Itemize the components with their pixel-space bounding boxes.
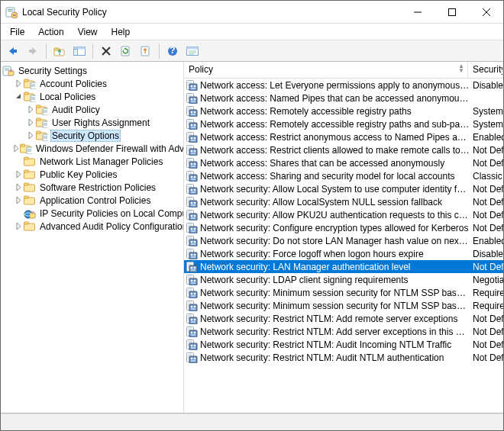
list-row[interactable]: Network security: Allow LocalSystem NULL… [184, 195, 503, 208]
forward-button[interactable] [24, 43, 42, 60]
help-button[interactable]: ? [163, 43, 182, 60]
sort-arrows-icon: ▲▼ [458, 64, 464, 73]
policy-setting: Negotiate [473, 275, 503, 285]
policy-setting: Not Defined [473, 314, 503, 324]
menu-file[interactable]: File [4, 25, 31, 39]
policy-name: Network security: Configure encryption t… [200, 223, 473, 233]
window-title: Local Security Policy [22, 7, 400, 18]
svg-point-137 [191, 175, 193, 178]
svg-rect-4 [13, 14, 16, 16]
policy-icon [186, 118, 198, 130]
tree-node[interactable]: Advanced Audit Policy Configuration [1, 220, 184, 233]
collapse-icon[interactable] [13, 93, 24, 100]
list-row[interactable]: Network security: Allow Local System to … [184, 182, 503, 195]
menu-help[interactable]: Help [105, 25, 137, 39]
list-row[interactable]: Network access: Remotely accessible regi… [184, 105, 503, 117]
tree-node[interactable]: Security Options [1, 129, 184, 142]
list-row[interactable]: Network security: Restrict NTLM: Audit N… [184, 351, 503, 364]
properties-button[interactable] [183, 43, 202, 60]
minimize-button[interactable] [400, 1, 435, 23]
svg-point-97 [191, 111, 193, 113]
list-row[interactable]: Network access: Restrict anonymous acces… [184, 130, 503, 143]
back-button[interactable] [4, 43, 22, 60]
list-row[interactable]: Network access: Restrict clients allowed… [184, 143, 503, 156]
svg-point-89 [191, 98, 193, 100]
list-row[interactable]: Network security: Restrict NTLM: Audit I… [184, 338, 503, 351]
delete-button[interactable] [97, 43, 115, 60]
svg-rect-232 [189, 330, 197, 337]
svg-rect-136 [189, 175, 197, 182]
list-row[interactable]: Network security: Force logoff when logo… [184, 247, 503, 260]
group-icon [20, 143, 32, 155]
policy-name: Network security: Restrict NTLM: Audit N… [200, 352, 473, 363]
menu-action[interactable]: Action [32, 25, 69, 39]
tree-node[interactable]: Audit Policy [1, 103, 184, 116]
svg-rect-6 [448, 8, 455, 15]
policy-name: Network security: LDAP client signing re… [200, 275, 473, 285]
svg-point-145 [191, 188, 193, 191]
tree-node[interactable]: Local Policies [1, 90, 184, 103]
window: Local Security Policy File Action View H… [0, 0, 504, 431]
tree-node[interactable]: Application Control Policies [1, 194, 184, 207]
tree-node[interactable]: Software Restriction Policies [1, 181, 184, 194]
list-row[interactable]: Network security: Configure encryption t… [184, 221, 503, 234]
policy-icon [186, 261, 198, 273]
svg-rect-69 [24, 196, 29, 198]
list-row[interactable]: Network access: Remotely accessible regi… [184, 117, 503, 130]
svg-point-81 [191, 85, 193, 87]
tree-node-label: Software Restriction Policies [38, 182, 157, 193]
up-button[interactable] [50, 43, 69, 60]
menu-view[interactable]: View [72, 25, 104, 39]
policy-name: Network access: Named Pipes that can be … [200, 93, 473, 104]
list-row[interactable]: Network access: Shares that can be acces… [184, 156, 503, 169]
column-policy-label: Policy [189, 64, 213, 75]
expand-icon[interactable] [13, 171, 24, 178]
tree-node[interactable]: Public Key Policies [1, 168, 184, 181]
policy-setting: Not Defined [473, 223, 503, 233]
tree-node[interactable]: User Rights Assignment [1, 116, 184, 129]
expand-icon[interactable] [25, 119, 36, 126]
refresh-button[interactable] [117, 43, 135, 60]
list-body[interactable]: Network access: Let Everyone permissions… [184, 79, 503, 413]
list-row[interactable]: Network security: Allow PKU2U authentica… [184, 208, 503, 221]
tree-pane[interactable]: Security SettingsAccount PoliciesLocal P… [1, 62, 184, 413]
list-row[interactable]: Network security: Restrict NTLM: Add rem… [184, 312, 503, 325]
tree-root[interactable]: Security Settings [1, 64, 184, 77]
list-row[interactable]: Network access: Named Pipes that can be … [184, 92, 503, 105]
expand-icon[interactable] [13, 184, 24, 191]
list-row[interactable]: Network security: LDAP client signing re… [184, 273, 503, 286]
expand-icon[interactable] [13, 145, 20, 152]
svg-rect-53 [37, 131, 41, 133]
tree-node[interactable]: IP Security Policies on Local Computer [1, 207, 184, 220]
list-row[interactable]: Network access: Sharing and security mod… [184, 169, 503, 182]
close-button[interactable] [469, 1, 503, 23]
expand-icon[interactable] [13, 197, 24, 204]
policy-name: Network security: Allow LocalSystem NULL… [200, 197, 473, 207]
list-row[interactable]: Network security: Minimum session securi… [184, 286, 503, 299]
list-row[interactable]: Network access: Let Everyone permissions… [184, 79, 503, 92]
expand-icon[interactable] [13, 223, 24, 230]
expand-icon[interactable] [25, 106, 36, 113]
list-row[interactable]: Network security: Do not store LAN Manag… [184, 234, 503, 247]
ipsec-icon [24, 207, 36, 220]
list-row[interactable]: Network security: LAN Manager authentica… [184, 260, 503, 273]
expand-icon[interactable] [13, 80, 24, 87]
policy-setting: System [473, 106, 503, 117]
expand-icon[interactable] [25, 132, 36, 139]
list-row[interactable]: Network security: Restrict NTLM: Add ser… [184, 325, 503, 338]
list-row[interactable]: Network security: Minimum session securi… [184, 299, 503, 312]
maximize-button[interactable] [435, 1, 469, 23]
policy-setting: Not Defined [473, 262, 503, 272]
column-header-setting[interactable]: Security Setting [468, 62, 503, 78]
column-header-policy[interactable]: Policy ▲▼ [184, 62, 468, 78]
folder-icon [24, 169, 36, 181]
tree-node-label: Security Options [50, 130, 121, 142]
status-bar [1, 413, 503, 430]
tree-node[interactable]: Network List Manager Policies [1, 155, 184, 168]
tree-node[interactable]: Account Policies [1, 77, 184, 90]
toolbar: ? [1, 40, 503, 62]
show-hide-tree-button[interactable] [70, 43, 89, 60]
tree-node[interactable]: Windows Defender Firewall with Advanced … [1, 142, 184, 155]
export-button[interactable] [137, 43, 155, 60]
policy-icon [186, 79, 198, 92]
